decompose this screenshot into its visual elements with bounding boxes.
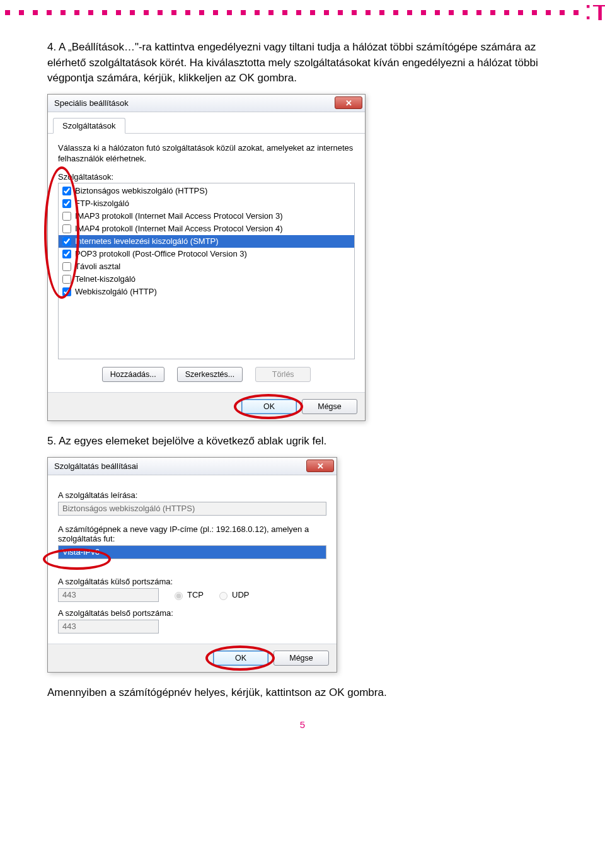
service-checkbox[interactable] xyxy=(62,224,71,233)
close-button[interactable]: ✕ xyxy=(335,96,362,109)
dialog-footer: OK Mégse xyxy=(48,392,365,420)
page-number: 5 xyxy=(47,719,558,730)
service-label: Telnet-kiszolgáló xyxy=(75,274,135,285)
dialog-special-settings: Speciális beállítások ✕ Szolgáltatások V… xyxy=(47,94,366,421)
ok-button[interactable]: OK xyxy=(241,399,297,414)
service-label: Távoli asztal xyxy=(75,261,120,272)
ok-button-2[interactable]: OK xyxy=(213,651,268,666)
service-label: Biztonságos webkiszolgáló (HTTPS) xyxy=(75,185,207,197)
service-label: Webkiszolgáló (HTTP) xyxy=(75,286,157,298)
service-checkbox[interactable] xyxy=(62,287,71,296)
radio-tcp[interactable]: TCP xyxy=(171,590,204,600)
cancel-button-2[interactable]: Mégse xyxy=(274,651,329,666)
titlebar: Speciális beállítások ✕ xyxy=(48,95,365,112)
service-checkbox[interactable] xyxy=(62,250,71,258)
titlebar-2: Szolgáltatás beállításai ✕ xyxy=(48,458,337,475)
radio-udp[interactable]: UDP xyxy=(216,590,249,600)
service-row[interactable]: POP3 protokoll (Post-Office Protocol Ver… xyxy=(59,248,354,260)
service-row[interactable]: Internetes levelezési kiszolgáló (SMTP) xyxy=(59,235,354,248)
service-label: IMAP3 protokoll (Internet Mail Access Pr… xyxy=(75,211,282,222)
brand-header: ▪ ▪T▪ ▪ xyxy=(0,5,605,20)
input-ext-port xyxy=(58,588,159,602)
service-row[interactable]: Biztonságos webkiszolgáló (HTTPS) xyxy=(59,185,354,197)
close-icon: ✕ xyxy=(317,461,324,471)
label-host: A számítógépnek a neve vagy IP-címe (pl.… xyxy=(58,524,326,543)
service-label: IMAP4 protokoll (Internet Mail Access Pr… xyxy=(75,223,282,234)
dialog-title: Speciális beállítások xyxy=(54,98,129,108)
label-int-port: A szolgáltatás belső portszáma: xyxy=(58,608,326,618)
dialog2-footer: OK Mégse xyxy=(48,644,337,672)
service-checkbox[interactable] xyxy=(62,199,71,208)
input-int-port xyxy=(58,620,159,634)
close-button-2[interactable]: ✕ xyxy=(306,460,334,472)
service-list[interactable]: Biztonságos webkiszolgáló (HTTPS)FTP-kis… xyxy=(58,183,355,359)
panel-service-settings: A szolgáltatás leírása: A számítógépnek … xyxy=(48,475,337,644)
close-icon: ✕ xyxy=(345,98,352,108)
service-checkbox[interactable] xyxy=(62,237,71,246)
service-row[interactable]: Telnet-kiszolgáló xyxy=(59,273,354,286)
list-label: Szolgáltatások: xyxy=(58,172,355,182)
dialog-service-settings: Szolgáltatás beállításai ✕ A szolgáltatá… xyxy=(47,457,337,673)
service-row[interactable]: IMAP4 protokoll (Internet Mail Access Pr… xyxy=(59,223,354,235)
tab-services[interactable]: Szolgáltatások xyxy=(53,118,125,134)
service-label: Internetes levelezési kiszolgáló (SMTP) xyxy=(75,236,219,247)
label-ext-port: A szolgáltatás külső portszáma: xyxy=(58,577,326,586)
input-host[interactable] xyxy=(58,545,326,559)
dialog2-title: Szolgáltatás beállításai xyxy=(54,461,138,471)
service-checkbox[interactable] xyxy=(62,212,71,221)
service-row[interactable]: IMAP3 protokoll (Internet Mail Access Pr… xyxy=(59,210,354,223)
dotted-line xyxy=(0,10,579,15)
panel-services: Válassza ki a hálózaton futó szolgáltatá… xyxy=(48,134,365,392)
label-description: A szolgáltatás leírása: xyxy=(58,490,326,500)
service-checkbox[interactable] xyxy=(62,187,71,195)
delete-button: Törlés xyxy=(255,367,311,382)
service-checkbox[interactable] xyxy=(62,275,71,284)
service-checkbox[interactable] xyxy=(62,262,71,271)
logo-letter: T xyxy=(592,5,605,20)
list-button-row: Hozzáadás... Szerkesztés... Törlés xyxy=(58,367,355,382)
service-label: FTP-kiszolgáló xyxy=(75,198,129,209)
ext-port-row: TCP UDP xyxy=(58,588,326,602)
add-button[interactable]: Hozzáadás... xyxy=(102,367,164,382)
paragraph-5: 5. Az egyes elemeket bejelölve a követke… xyxy=(47,434,558,449)
cancel-button[interactable]: Mégse xyxy=(302,399,357,414)
service-row[interactable]: Távoli asztal xyxy=(59,260,354,273)
panel-instruction: Válassza ki a hálózaton futó szolgáltatá… xyxy=(58,142,355,165)
edit-button[interactable]: Szerkesztés... xyxy=(177,367,243,382)
t-logo: ▪ ▪T▪ ▪ xyxy=(579,5,605,20)
tab-strip: Szolgáltatások xyxy=(48,112,365,134)
paragraph-4: 4. A „Beállítások…"-ra kattintva engedél… xyxy=(47,40,558,86)
service-row[interactable]: FTP-kiszolgáló xyxy=(59,197,354,210)
service-row[interactable]: Webkiszolgáló (HTTP) xyxy=(59,286,354,298)
paragraph-after: Amennyiben a számítógépnév helyes, kérjü… xyxy=(47,685,558,701)
input-description xyxy=(58,502,326,516)
service-label: POP3 protokoll (Post-Office Protocol Ver… xyxy=(75,248,247,260)
